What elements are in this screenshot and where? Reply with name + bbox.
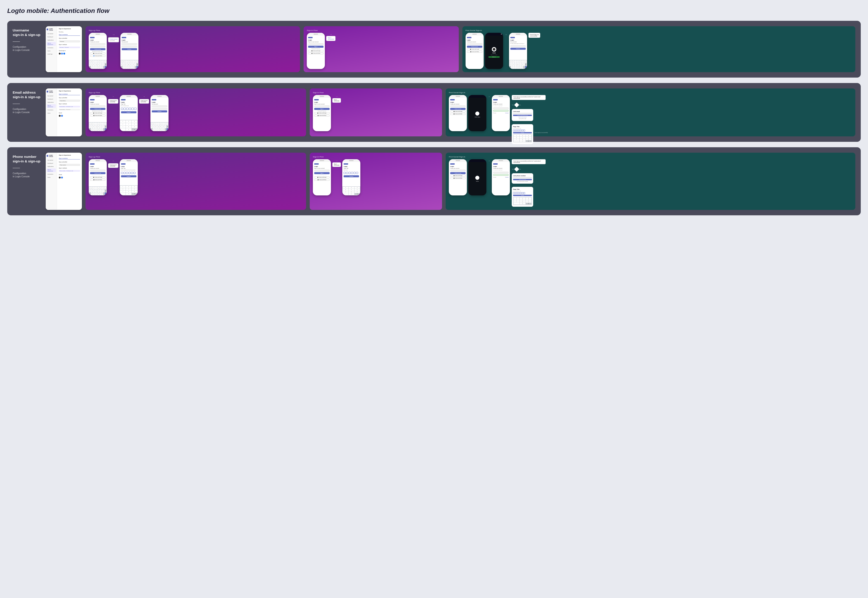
phone-method-value[interactable]: Phone number + Verification code (59, 170, 80, 172)
sidebar-phone-3[interactable]: Applications (46, 165, 56, 167)
config-signup-value[interactable]: Username (59, 40, 80, 42)
phone-signin-label: Sign-in Flow (313, 156, 439, 158)
email-social-google (61, 115, 63, 117)
email-signup-label: Sign up identifier (59, 97, 80, 99)
phone-social-label: First Social Sign-in (449, 156, 852, 158)
social-note: Social Sign-upsuccessfully (528, 33, 540, 38)
email-signin-arrow: → Sign insuccessfully (332, 95, 341, 103)
phone-signin-phone1: Logto Sign in to your account Sign in No… (313, 159, 331, 196)
email-social-phone3: Logto Create your account In continue to… (492, 95, 510, 131)
sidebar-item-6[interactable]: Users (46, 50, 56, 52)
page-title-panel-phone: Page Title Enter verification code Conti… (512, 187, 533, 207)
sidebar-phone-experience[interactable]: Sign-in experience (46, 169, 56, 172)
phone-signup-flow-panel: Sign-up Flow Logto Create your account C… (85, 152, 306, 210)
sidebar-item-experience[interactable]: Sign-in experience (46, 42, 56, 46)
username-section: Usernamesign-in & sign-up Configurationi… (7, 21, 861, 78)
sidebar-email-experience[interactable]: Sign-in experience (46, 104, 56, 108)
phone-github-oauth: GitHub Sign in to continue Authorize (485, 33, 503, 69)
config-main-email: Sign in Experience Sign-in methods Sign … (57, 88, 82, 136)
link-phone-panel: Link phone number Link the old account L… (512, 173, 533, 184)
config-sidebar-phone: Logto Cloud Get started Dashboard Applic… (46, 152, 57, 210)
section-title-email: Email addresssign-in & sign-up (13, 90, 42, 99)
phone-signin-flow-panel: Sign-in Flow Logto Sign in to your accou… (310, 152, 442, 210)
email-phone-1: Logto Create your account Create account… (89, 95, 107, 131)
social-signin-panel-username: First Social Sign-in Logto Create your a… (462, 26, 855, 72)
signin-phones: Logto Sign in to your account Sign in No… (307, 33, 455, 69)
phone-social-create: Logto Create your account Create account… (465, 33, 483, 69)
config-methods-list: Username + Password (59, 46, 80, 48)
config-header: Sign in Experience (59, 28, 80, 29)
social-arrow: → (504, 33, 507, 36)
sidebar-email-3[interactable]: Applications (46, 101, 56, 103)
email-phone-setpw: Logto Set password Continue qwertyuiop a… (150, 95, 169, 131)
email-signup-phones: Logto Create your account Create account… (89, 95, 303, 131)
phone-create-account: Logto Create your account Create account… (89, 33, 107, 69)
email-method-value[interactable]: Email address + Verification code (59, 106, 80, 108)
email-social-label: Social (59, 112, 80, 114)
email-flow-tree: Yes! No (512, 103, 548, 107)
sidebar-phone-6[interactable]: Users (46, 176, 56, 178)
config-tab-methods[interactable]: Sign-in methods (59, 34, 80, 36)
phone-signup-label2: Sign-up Flow (89, 156, 303, 158)
email-auto-link-note: Social sign-up successfully and link the… (512, 95, 546, 100)
phone-social-phone1: Logto Create your account Create account… (449, 159, 467, 196)
email-success-label: Social sign-up successfully (534, 132, 548, 133)
email-config-tab[interactable]: Sign-in methods (59, 93, 80, 95)
social-icon-github (59, 53, 61, 54)
divider (13, 41, 20, 42)
email-arrow-2: → Create accountsuccessfully (139, 95, 149, 103)
config-signup-label: Sign up identifier (59, 37, 80, 39)
signup-flow-label: Sign-up Flow (89, 29, 297, 31)
phone-config-tab[interactable]: Sign-in methods (59, 158, 80, 160)
phone-social-arrow: → (488, 159, 491, 162)
email-signup-value[interactable]: Email address (59, 100, 80, 102)
email-social-icons (59, 115, 80, 117)
config-sidebar: Logto Cloud Get started Dashboard Applic… (46, 26, 57, 72)
sidebar-phone-1[interactable]: Get started (46, 159, 56, 161)
phone-signup-value[interactable]: Phone number (59, 164, 80, 166)
logo-dot-email (46, 91, 48, 93)
sidebar-item-2[interactable]: Dashboard (46, 36, 56, 38)
phone-social-content: Logto Create your account Create account… (449, 159, 852, 207)
phone-set-username: Logto Set username To create, please agr… (509, 33, 527, 69)
phone-social-phone3: Logto Create your account In continue to… (492, 159, 510, 196)
email-config-header: Sign in Experience (59, 90, 80, 91)
phone-social-label: Social (59, 174, 80, 175)
email-method-password[interactable]: Email address + Password (59, 109, 80, 111)
config-sidebar-email: Logto Cloud Get started Dashboard Applic… (46, 88, 57, 136)
config-tab-branding[interactable]: Branding (59, 31, 80, 33)
sidebar-item-7[interactable]: Audit logs (46, 53, 56, 55)
email-social-github (59, 115, 61, 117)
phone-social-panel: First Social Sign-in Logto Create your a… (446, 152, 855, 210)
arrow-create-to-set: → Create account successfully (108, 33, 119, 42)
logo-dot (46, 28, 48, 30)
config-panel-email: Logto Cloud Get started Dashboard Applic… (46, 88, 82, 136)
config-method-label: Sign in methods (59, 44, 80, 45)
config-panel-username: Logto Cloud Get started Dashboard Applic… (46, 26, 82, 72)
sidebar-email-6[interactable]: Users (46, 112, 56, 114)
method-username[interactable]: Username + Password (59, 46, 80, 48)
note-create-account: Create account successfully (108, 37, 119, 42)
sidebar-item-1[interactable]: Get started (46, 33, 56, 35)
phone-auto-link-note: Social sign-up successfully and link the… (512, 159, 546, 164)
divider-email (13, 103, 20, 104)
signin-flow-label: Sign-in Flow (307, 29, 455, 31)
page-title-panel-email: Page Title Enter verification code Conti… (512, 124, 533, 144)
sidebar-item-5[interactable]: Connectors (46, 46, 56, 49)
phone-signup-phones: Logto Create your account Create account… (89, 159, 303, 196)
phone-signup-phone1: Logto Create your account Create account… (89, 159, 107, 196)
section-label-username: Usernamesign-in & sign-up Configurationi… (13, 26, 42, 72)
sidebar-phone-5[interactable]: Connectors (46, 173, 56, 175)
phone-config-header: Sign in Experience (59, 154, 80, 156)
config-main: Sign in Experience Branding Sign-in meth… (57, 26, 82, 72)
sidebar-email-2[interactable]: Dashboard (46, 98, 56, 100)
phone-social-icons (59, 176, 80, 178)
sidebar-email-5[interactable]: Connectors (46, 109, 56, 111)
section-label-email: Email addresssign-in & sign-up Configura… (13, 88, 42, 136)
sidebar-email-1[interactable]: Get started (46, 95, 56, 97)
social-icon-google (61, 53, 63, 54)
sidebar-item-3[interactable]: Applications (46, 39, 56, 41)
section-title-username: Usernamesign-in & sign-up (13, 28, 42, 37)
sidebar-phone-2[interactable]: Dashboard (46, 162, 56, 164)
email-phone-verify: Logto Page Title Enter verification code… (120, 95, 138, 131)
